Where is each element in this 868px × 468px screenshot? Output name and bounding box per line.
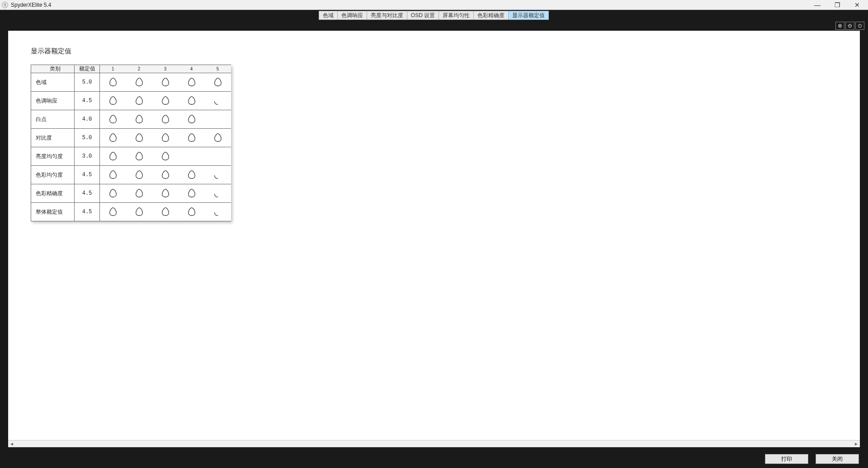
cell-rating-2 (126, 73, 152, 92)
rating-icon (160, 77, 171, 87)
cell-rating-2 (126, 147, 152, 166)
cell-rating-2 (126, 184, 152, 203)
rating-icon (212, 77, 223, 87)
horizontal-scrollbar[interactable]: ◄ ► (8, 440, 860, 447)
rating-icon (134, 77, 145, 87)
tab-1[interactable]: 色调响应 (337, 11, 367, 20)
rating-icon (160, 114, 171, 124)
cell-category: 色域 (31, 73, 75, 92)
cell-category: 亮度均匀度 (31, 147, 75, 166)
cell-rating-4 (179, 203, 205, 221)
rating-icon (186, 170, 197, 180)
cell-rating-1 (100, 147, 126, 166)
tab-6[interactable]: 显示器额定值 (508, 11, 549, 20)
close-window-button[interactable]: ✕ (853, 1, 862, 9)
tab-0[interactable]: 色域 (319, 11, 338, 20)
scroll-right-arrow[interactable]: ► (853, 441, 860, 447)
cell-rating-5 (205, 147, 231, 166)
cell-category: 白点 (31, 110, 75, 129)
cell-rating-1 (100, 184, 126, 203)
header-scale-5: 5 (205, 65, 231, 73)
maximize-button[interactable]: ❐ (833, 1, 842, 9)
rating-icon (134, 133, 145, 143)
cell-category: 对比度 (31, 129, 75, 147)
cell-rating-1 (100, 129, 126, 147)
title-bar: S SpyderXElite 5.4 — ❐ ✕ (0, 0, 868, 10)
header-category: 类别 (31, 65, 75, 73)
window-controls: — ❐ ✕ (813, 1, 866, 9)
cell-value: 4.5 (75, 166, 100, 184)
rating-icon (134, 114, 145, 124)
cell-value: 4.5 (75, 203, 100, 221)
cell-rating-4 (179, 129, 205, 147)
page: 显示器额定值 类别 额定值 1 2 3 4 5 色域5.0色调响应4.5白点4.… (8, 31, 860, 238)
tab-5[interactable]: 色彩精确度 (473, 11, 509, 20)
cell-category: 整体额定值 (31, 203, 75, 221)
table-row: 亮度均匀度3.0 (31, 147, 231, 166)
cell-rating-5 (205, 166, 231, 184)
rating-icon (186, 77, 197, 87)
rating-icon (160, 207, 171, 217)
rating-icon (186, 96, 197, 106)
tab-4[interactable]: 屏幕均匀性 (439, 11, 474, 20)
cell-rating-3 (152, 166, 179, 184)
rating-icon (212, 133, 223, 143)
rating-icon (160, 170, 171, 180)
rating-half-icon (212, 170, 223, 180)
scroll-left-arrow[interactable]: ◄ (8, 441, 15, 447)
zoom-out-button[interactable]: ⊖ (845, 22, 854, 30)
scroll-track[interactable] (15, 441, 853, 447)
header-scale-4: 4 (179, 65, 205, 73)
minimize-button[interactable]: — (813, 1, 822, 9)
cell-rating-3 (152, 147, 179, 166)
table-row: 色彩精确度4.5 (31, 184, 231, 203)
content-area: 显示器额定值 类别 额定值 1 2 3 4 5 色域5.0色调响应4.5白点4.… (8, 31, 860, 447)
print-button[interactable]: 打印 (765, 454, 808, 464)
zoom-controls: ⊕ ⊖ ⊙ (835, 22, 864, 30)
cell-rating-2 (126, 129, 152, 147)
tab-2[interactable]: 亮度与对比度 (367, 11, 407, 20)
cell-rating-3 (152, 129, 179, 147)
zoom-in-button[interactable]: ⊕ (835, 22, 844, 30)
cell-rating-3 (152, 73, 179, 92)
cell-rating-1 (100, 110, 126, 129)
cell-value: 3.0 (75, 147, 100, 166)
rating-half-icon (212, 188, 223, 198)
cell-rating-4 (179, 147, 205, 166)
rating-icon (108, 77, 118, 87)
rating-icon (108, 188, 118, 198)
cell-rating-4 (179, 184, 205, 203)
rating-icon (160, 188, 171, 198)
header-scale-3: 3 (152, 65, 179, 73)
rating-icon (186, 133, 197, 143)
cell-rating-2 (126, 92, 152, 110)
cell-value: 4.0 (75, 110, 100, 129)
cell-rating-4 (179, 110, 205, 129)
tab-bar: 色域色调响应亮度与对比度OSD 设置屏幕均匀性色彩精确度显示器额定值 ⊕ ⊖ ⊙ (0, 10, 868, 31)
rating-table: 类别 额定值 1 2 3 4 5 色域5.0色调响应4.5白点4.0对比度5.0… (31, 65, 231, 221)
cell-value: 5.0 (75, 73, 100, 92)
app-title: SpyderXElite 5.4 (11, 2, 51, 8)
header-value: 额定值 (75, 65, 100, 73)
zoom-fit-button[interactable]: ⊙ (855, 22, 864, 30)
rating-icon (160, 96, 171, 106)
cell-category: 色彩精确度 (31, 184, 75, 203)
cell-rating-5 (205, 110, 231, 129)
cell-rating-3 (152, 92, 179, 110)
cell-rating-1 (100, 73, 126, 92)
table-row: 色彩均匀度4.5 (31, 166, 231, 184)
header-scale-1: 1 (100, 65, 126, 73)
tabs: 色域色调响应亮度与对比度OSD 设置屏幕均匀性色彩精确度显示器额定值 (319, 11, 549, 20)
table-row: 白点4.0 (31, 110, 231, 129)
rating-icon (186, 114, 197, 124)
cell-value: 5.0 (75, 129, 100, 147)
cell-rating-2 (126, 203, 152, 221)
rating-icon (186, 188, 197, 198)
cell-rating-5 (205, 129, 231, 147)
cell-rating-2 (126, 166, 152, 184)
cell-rating-3 (152, 184, 179, 203)
header-scale-2: 2 (126, 65, 152, 73)
close-button[interactable]: 关闭 (816, 454, 859, 464)
cell-rating-5 (205, 73, 231, 92)
tab-3[interactable]: OSD 设置 (407, 11, 439, 20)
